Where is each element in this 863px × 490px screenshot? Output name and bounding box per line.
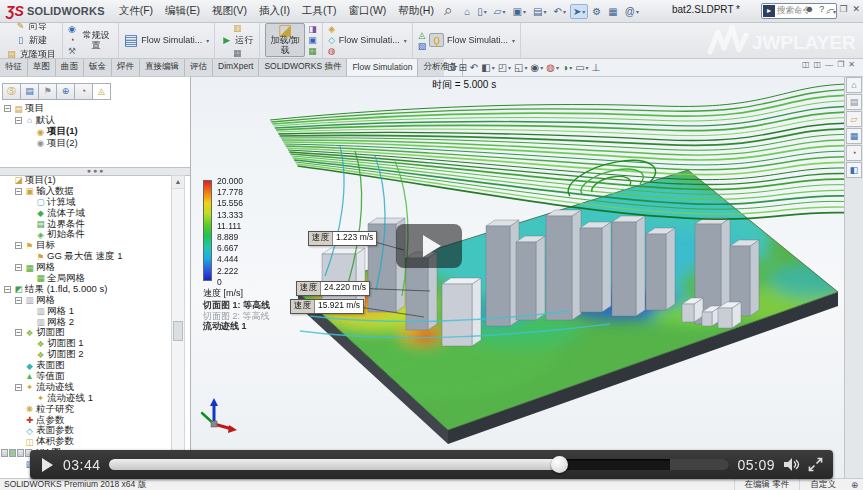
file-explorer-icon[interactable]: ▱ bbox=[846, 111, 862, 127]
close-icon[interactable]: ✕ bbox=[851, 4, 861, 14]
display-style-icon[interactable]: ◱▾ bbox=[514, 62, 527, 73]
parameters-icon[interactable]: ▧ bbox=[418, 41, 427, 51]
menu-item[interactable]: 帮助(H) bbox=[392, 4, 440, 18]
flow-simulation-dropdown-1[interactable]: ▤ Flow Simulati... ▾ bbox=[119, 22, 215, 58]
scrollbar-thumb[interactable] bbox=[173, 321, 183, 341]
tree-item[interactable]: ▥网格 1 bbox=[3, 306, 174, 317]
trajectory-icon[interactable]: ◬ bbox=[419, 30, 426, 40]
edit-appearance-icon[interactable]: ◍▾ bbox=[546, 62, 559, 73]
tree-item[interactable]: ✚点参数 bbox=[3, 415, 174, 426]
tab-直接编辑[interactable]: 直接编辑 bbox=[140, 58, 185, 76]
tab-SOLIDWORKS 插件[interactable]: SOLIDWORKS 插件 bbox=[259, 58, 347, 76]
expander-icon[interactable]: − bbox=[4, 286, 11, 293]
previous-view-icon[interactable]: ↶ bbox=[470, 62, 478, 73]
view-orientation-icon[interactable]: ◰▾ bbox=[498, 62, 511, 73]
minimize-doc-icon[interactable]: — bbox=[825, 60, 833, 69]
solidworks-resources-icon[interactable]: ⌂ bbox=[846, 77, 862, 93]
propertymanager-tab[interactable]: ▤ bbox=[21, 83, 39, 100]
tree-item-selected[interactable]: ◉项目(1) bbox=[3, 126, 188, 138]
expander-icon[interactable]: − bbox=[4, 105, 11, 112]
tree-item[interactable]: ▥网格 2 bbox=[3, 317, 174, 328]
solve-icon-row[interactable]: ▥ bbox=[231, 23, 244, 33]
help-icon[interactable]: ? bbox=[818, 4, 825, 14]
tree-item[interactable]: ◆表面图 bbox=[3, 360, 174, 371]
tree-item[interactable]: ◪项目(1) bbox=[3, 175, 174, 186]
print-icon[interactable]: ▤▾ bbox=[530, 4, 549, 19]
zoom-to-area-icon[interactable]: ⊞ bbox=[458, 62, 466, 73]
expander-icon[interactable]: − bbox=[15, 384, 22, 391]
tree-item[interactable]: ❋粒子研究 bbox=[3, 404, 174, 415]
configurationmanager-tab[interactable]: ⚑ bbox=[39, 83, 57, 100]
undo-icon[interactable]: ↶▾ bbox=[550, 4, 568, 19]
tools-icon[interactable]: ⚒ bbox=[68, 46, 76, 56]
tree-item[interactable]: ◆流体子域 bbox=[3, 208, 174, 219]
tab-草图[interactable]: 草图 bbox=[28, 58, 56, 76]
tree-item[interactable]: −◩结果 (1.fld, 5.000 s) bbox=[3, 284, 174, 295]
solver-monitor-row[interactable]: ▦ bbox=[231, 48, 244, 58]
minimize-icon[interactable]: – bbox=[828, 4, 835, 14]
hide-show-items-icon[interactable]: ◉▾ bbox=[531, 62, 544, 73]
run-button[interactable]: ▶ 运行 bbox=[220, 34, 254, 47]
mention-icon[interactable]: @▾ bbox=[622, 4, 642, 19]
tree-item[interactable]: ❖切面图 1 bbox=[3, 338, 174, 349]
displaymanager-tab[interactable]: ◔ bbox=[75, 83, 93, 100]
graphics-viewport[interactable]: 时间 = 5.000 s 20.00017.77815.55613.33311.… bbox=[190, 76, 845, 479]
menu-item[interactable]: 文件(F) bbox=[113, 4, 159, 18]
flow-simulation-dropdown-3[interactable]: ◬ ▧ ϙ Flow Simulati... ▾ bbox=[413, 22, 521, 58]
featuremanager-tab[interactable]: Ⓢ bbox=[2, 83, 21, 100]
options-icon[interactable]: ⚙ bbox=[589, 4, 604, 19]
zoom-to-fit-icon[interactable]: ⊡ bbox=[447, 62, 455, 73]
tree-item[interactable]: ✦流动迹线 1 bbox=[3, 393, 174, 404]
select-icon[interactable]: ➤▾ bbox=[570, 4, 588, 19]
units-icon[interactable]: ◔ bbox=[69, 35, 74, 45]
menu-item[interactable]: 插入(I) bbox=[253, 4, 296, 18]
volume-icon[interactable] bbox=[783, 457, 800, 472]
menu-item[interactable]: 编辑(E) bbox=[159, 4, 206, 18]
design-library-icon[interactable]: ▤ bbox=[846, 94, 862, 110]
expander-icon[interactable]: − bbox=[15, 242, 22, 249]
cut-plot-icon[interactable]: ◈ bbox=[328, 24, 335, 34]
tab-特征[interactable]: 特征 bbox=[0, 58, 28, 76]
tree-horizontal-scroll[interactable] bbox=[1, 449, 32, 457]
play-button[interactable] bbox=[42, 458, 53, 472]
home-icon[interactable]: ⌂ bbox=[461, 4, 473, 19]
results-summary-icon[interactable]: ◨ bbox=[308, 24, 317, 34]
dimxpertmanager-tab[interactable]: ⊕ bbox=[57, 83, 75, 100]
search-scope-icon[interactable]: ▸ bbox=[763, 5, 775, 17]
save-icon[interactable]: ▣▾ bbox=[510, 4, 529, 19]
flow-simulation-dropdown-2[interactable]: ◈ ◇ ◍ Flow Simulati... ▾ bbox=[323, 22, 413, 58]
new-document-icon[interactable]: ▯▾ bbox=[474, 4, 490, 19]
general-settings-button[interactable]: 常规设置 bbox=[79, 30, 113, 50]
fullscreen-icon[interactable] bbox=[808, 457, 823, 472]
panel-scrollbar[interactable]: ▲ bbox=[171, 175, 185, 451]
tree-item[interactable]: −▣输入数据 bbox=[3, 186, 174, 197]
menu-item[interactable]: 窗口(W) bbox=[342, 4, 392, 18]
tree-item[interactable]: ❖切面图 2 bbox=[3, 349, 174, 360]
custom-properties-icon[interactable]: ◧ bbox=[846, 162, 862, 178]
seek-handle[interactable] bbox=[551, 456, 568, 473]
display-toggle-button[interactable]: ϙ bbox=[429, 33, 444, 47]
appearances-scenes-icon[interactable]: ◔ bbox=[846, 145, 862, 161]
restore-doc-icon[interactable]: ❐ bbox=[837, 60, 844, 69]
tab-焊件[interactable]: 焊件 bbox=[112, 58, 140, 76]
scroll-box[interactable] bbox=[1, 449, 8, 457]
pin-icon[interactable]: ⚲ bbox=[441, 5, 454, 18]
isosurface-icon[interactable]: ◍ bbox=[328, 46, 336, 56]
rollback-bar-icon[interactable]: ⊥ bbox=[592, 62, 601, 73]
surface-plot-icon[interactable]: ◇ bbox=[328, 35, 335, 45]
tree-item[interactable]: ◇表面参数 bbox=[3, 425, 174, 436]
open-icon[interactable]: ▱▾ bbox=[491, 4, 509, 19]
user-icon[interactable]: ☻ bbox=[804, 4, 815, 14]
general-settings-group[interactable]: ◉ ◔ ⚒ 常规设置 bbox=[63, 22, 119, 58]
customize-button[interactable]: 自定义 bbox=[799, 479, 846, 490]
tree-item[interactable]: −▥网格 bbox=[3, 295, 174, 306]
globe-icon[interactable]: ⊕ bbox=[846, 480, 863, 490]
expander-icon[interactable]: − bbox=[15, 297, 22, 304]
tree-item[interactable]: ⚑GG 最大值 速度 1 bbox=[3, 251, 174, 262]
tree-item[interactable]: ▲等值面 bbox=[3, 371, 174, 382]
video-play-overlay-button[interactable] bbox=[396, 224, 462, 268]
tab-Flow Simulation[interactable]: Flow Simulation bbox=[347, 58, 418, 76]
expander-icon[interactable]: − bbox=[15, 117, 22, 124]
tab-评估[interactable]: 评估 bbox=[185, 58, 213, 76]
tree-item[interactable]: ◈初始条件 bbox=[3, 229, 174, 240]
